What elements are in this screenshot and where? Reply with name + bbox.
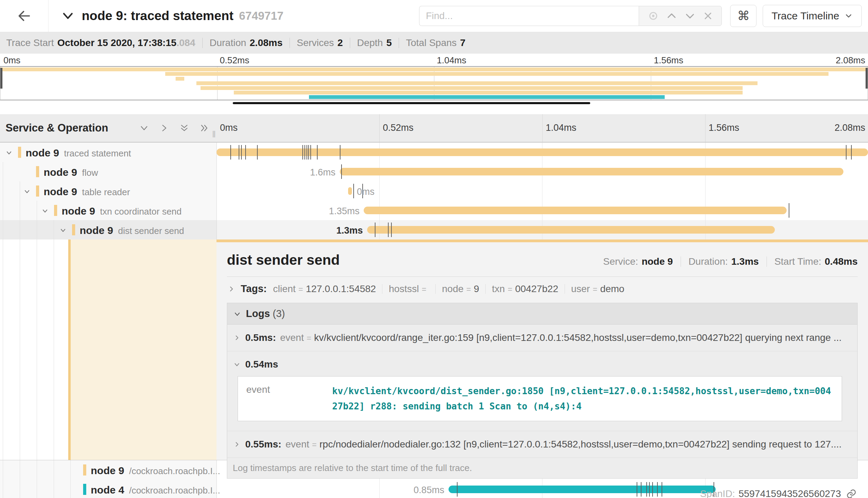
tag-value: 9	[474, 283, 479, 295]
summary-separator	[290, 38, 290, 48]
log-marker	[241, 145, 242, 160]
chevron-down-icon	[233, 360, 241, 369]
logs-title: Logs	[246, 308, 270, 319]
span-name-cell[interactable]: node 9traced statement	[0, 143, 216, 162]
log-entry: 0.54mseventkv/kvclient/kvcoord/dist_send…	[227, 351, 857, 431]
back-button[interactable]	[0, 0, 48, 32]
span-duration-bar[interactable]	[367, 226, 775, 234]
tag-value: demo	[600, 283, 625, 295]
minimap-canvas[interactable]	[0, 66, 868, 100]
span-service-name: node 9/cockroach.roachpb.I...	[91, 465, 220, 477]
top-controls: ⌘ Trace Timeline	[419, 5, 862, 27]
log-field-key: event	[285, 439, 309, 450]
view-selector-label: Trace Timeline	[771, 10, 839, 22]
span-track-cell: 1.35ms	[216, 201, 868, 220]
selected-span-indent-column	[68, 239, 216, 460]
log-entry: 0.5ms:event=kv/kvclient/kvcoord/range_it…	[227, 325, 857, 351]
span-service-name: node 9txn coordinator send	[62, 205, 181, 217]
log-entry: 0.55ms:event=rpc/nodedialer/nodedialer.g…	[227, 431, 857, 458]
span-name-cell[interactable]: node 9table reader	[0, 181, 216, 201]
summary-separator	[399, 38, 399, 48]
tags-accordion[interactable]: Tags: client=127.0.0.1:54582hostssl=node…	[227, 283, 858, 295]
summary-label: Total Spans	[406, 37, 457, 48]
tag-item: txn=00427b22	[492, 283, 558, 295]
log-marker	[317, 145, 318, 160]
log-marker	[391, 223, 392, 237]
timeline-scrollbar[interactable]	[233, 102, 590, 104]
row-collapse-chevron-icon[interactable]	[59, 226, 67, 234]
row-collapse-chevron-icon[interactable]	[23, 187, 31, 196]
minimap-tick-label: 0.52ms	[220, 55, 249, 66]
log-field-value: kv/kvclient/kvcoord/range_iter.go:159 [n…	[314, 332, 842, 343]
find-prev-icon[interactable]	[666, 10, 677, 22]
span-detail-row: dist sender send Service:node 9Duration:…	[0, 239, 868, 460]
span-service-name: node 9dist sender send	[80, 225, 184, 236]
timeline-tick-label: 1.56ms	[709, 123, 739, 133]
view-selector-button[interactable]: Trace Timeline	[763, 5, 862, 27]
span-service-name: node 9table reader	[44, 186, 130, 198]
equals-sign: =	[508, 285, 512, 294]
span-color-chip	[36, 166, 39, 177]
link-icon[interactable]	[846, 488, 857, 498]
minimap-left-scrubber[interactable]	[0, 68, 2, 89]
timeline-ticks-header: 0ms0.52ms1.04ms1.56ms2.08ms	[216, 114, 868, 142]
timeline-tick-label: 1.04ms	[546, 123, 577, 133]
summary-item: Duration2.08ms	[210, 37, 283, 48]
log-marker	[239, 145, 239, 160]
expand-one-icon[interactable]	[159, 123, 169, 133]
collapse-all-icon[interactable]	[179, 123, 189, 133]
summary-value: October 15 2020, 17:38:15	[57, 37, 176, 48]
find-next-icon[interactable]	[684, 10, 696, 22]
span-name-cell[interactable]: node 9/cockroach.roachpb.I...	[0, 460, 216, 480]
span-color-chip	[36, 185, 39, 197]
span-name-cell[interactable]: node 4/cockroach.roachpb.I...	[0, 480, 216, 498]
span-duration-bar[interactable]	[216, 148, 868, 156]
span-track-cell	[216, 143, 868, 162]
trace-id: 6749717	[239, 9, 283, 22]
command-icon: ⌘	[737, 9, 750, 23]
span-duration-bar[interactable]	[348, 187, 352, 195]
find-input[interactable]	[419, 6, 639, 26]
minimap-span-bar	[201, 86, 743, 90]
column-resizer-handle[interactable]: ‖	[212, 129, 216, 140]
find-group	[419, 6, 722, 26]
span-name-cell[interactable]: node 9txn coordinator send	[0, 201, 216, 220]
span-name-cell[interactable]: node 9flow	[0, 162, 216, 181]
service-operation-header: Service & Operation ‖	[0, 114, 216, 142]
span-color-chip	[83, 484, 86, 495]
tick-gridline	[705, 114, 706, 142]
minimap-tick-label: 0ms	[3, 55, 20, 66]
meta-separator	[681, 256, 681, 267]
log-entry-header[interactable]: 0.5ms:event=kv/kvclient/kvcoord/range_it…	[233, 332, 852, 343]
span-color-chip	[83, 464, 86, 476]
log-entry-header[interactable]: 0.54ms	[233, 359, 852, 370]
summary-item: Trace StartOctober 15 2020, 17:38:15.084	[6, 37, 195, 48]
span-duration-bar[interactable]	[340, 168, 843, 175]
expand-all-icon[interactable]	[199, 123, 210, 133]
row-collapse-chevron-icon[interactable]	[41, 207, 49, 215]
find-clear-icon[interactable]	[702, 10, 714, 21]
span-name-cell[interactable]: node 9dist sender send	[0, 220, 216, 239]
logs-count: (3)	[273, 308, 285, 319]
span-duration-label: 1.6ms	[310, 167, 336, 178]
log-entry-header[interactable]: 0.55ms:event=rpc/nodedialer/nodedialer.g…	[233, 439, 852, 450]
trace-minimap[interactable]: 0ms0.52ms1.04ms1.56ms2.08ms	[0, 54, 868, 107]
trace-summary-bar: Trace StartOctober 15 2020, 17:38:15.084…	[0, 32, 868, 54]
logs-header[interactable]: Logs (3)	[227, 303, 857, 325]
span-operation-name: traced statement	[64, 148, 131, 159]
target-icon[interactable]	[647, 10, 659, 22]
tag-separator	[485, 284, 486, 294]
keyboard-shortcut-button[interactable]: ⌘	[730, 5, 756, 27]
summary-value-suffix: .084	[176, 37, 195, 48]
title-collapse-chevron-icon[interactable]	[61, 9, 75, 23]
log-marker	[307, 145, 307, 160]
tag-item: user=demo	[571, 283, 625, 295]
row-collapse-chevron-icon[interactable]	[5, 148, 13, 157]
collapse-one-icon[interactable]	[139, 123, 149, 133]
span-duration-bar[interactable]	[364, 207, 787, 214]
meta-label: Duration:	[689, 256, 728, 267]
minimap-right-scrubber[interactable]	[866, 68, 868, 89]
service-text: node 9	[80, 225, 113, 236]
log-marker	[789, 203, 789, 218]
minimap-span-bar	[176, 77, 184, 81]
